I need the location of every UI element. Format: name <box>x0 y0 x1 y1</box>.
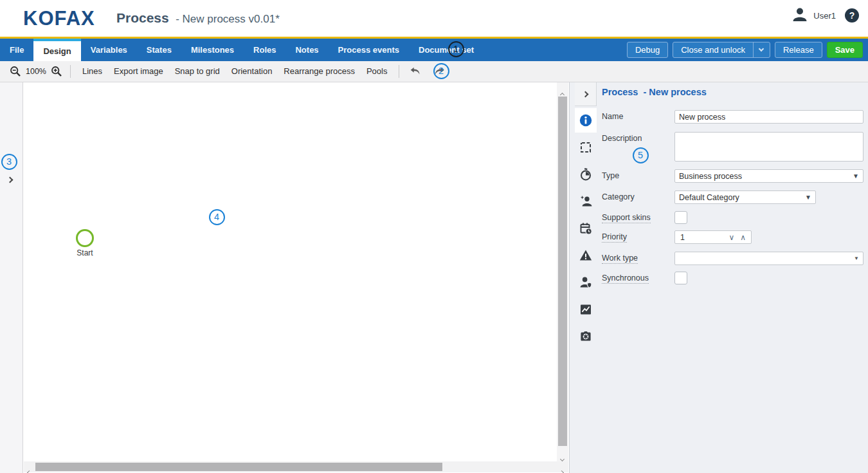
zoom-out-icon[interactable] <box>8 64 23 79</box>
tab-selection-frame-icon[interactable] <box>575 135 597 160</box>
dropdown-arrow-icon: ▼ <box>805 194 811 201</box>
debug-button[interactable]: Debug <box>627 42 668 58</box>
priority-value: 1 <box>680 233 685 242</box>
close-and-unlock-button[interactable]: Close and unlock <box>673 42 753 57</box>
tab-person-shield-icon[interactable] <box>575 270 597 295</box>
field-row-priority: Priority 1 ∨ ∧ <box>602 230 863 244</box>
category-label: Category <box>602 192 635 201</box>
description-textarea[interactable] <box>674 132 863 162</box>
tab-milestones[interactable]: Milestones <box>181 39 244 61</box>
type-select[interactable]: Business process ▼ <box>674 169 863 183</box>
close-and-unlock-split-button: Close and unlock <box>673 42 770 58</box>
annotation-5: 5 <box>633 147 649 163</box>
tab-add-person-icon[interactable] <box>575 189 597 214</box>
tab-camera-settings-icon[interactable] <box>575 324 597 349</box>
start-node-circle-icon <box>76 229 94 247</box>
canvas-horizontal-scrollbar[interactable] <box>24 461 568 472</box>
design-canvas[interactable]: Start <box>24 82 557 461</box>
priority-decrement-icon[interactable]: ∨ <box>728 233 734 242</box>
rearrange-process-button[interactable]: Rearrange process <box>278 61 361 82</box>
toolbar-separator <box>399 65 399 78</box>
work-type-label: Work type <box>602 254 638 264</box>
scroll-left-icon[interactable] <box>28 465 31 473</box>
priority-spinner[interactable]: 1 ∨ ∧ <box>674 230 752 244</box>
kofax-logo: KOFAX <box>23 7 95 30</box>
support-skins-label: Support skins <box>602 213 651 223</box>
annotation-2: 2 <box>433 63 449 79</box>
field-row-type: Type Business process ▼ <box>602 169 863 183</box>
priority-increment-icon[interactable]: ∧ <box>740 233 746 242</box>
undo-icon[interactable] <box>408 64 423 79</box>
release-button[interactable]: Release <box>775 42 822 58</box>
field-row-category: Category Default Category ▼ <box>602 190 863 204</box>
support-skins-checkbox[interactable] <box>674 211 687 224</box>
zoom-in-icon[interactable] <box>49 64 64 79</box>
horizontal-scrollbar-thumb[interactable] <box>35 463 442 471</box>
tab-process-events[interactable]: Process events <box>329 39 409 61</box>
orientation-button[interactable]: Orientation <box>226 61 278 82</box>
priority-label: Priority <box>602 232 627 243</box>
dropdown-arrow-icon: ▼ <box>854 256 859 261</box>
annotation-4: 4 <box>209 209 225 225</box>
collapse-panel-chevron-icon[interactable] <box>575 82 597 106</box>
description-label: Description <box>602 134 642 143</box>
type-label: Type <box>602 171 619 180</box>
dropdown-arrow-icon: ▼ <box>853 173 859 180</box>
work-type-select[interactable]: ▼ <box>674 252 863 265</box>
app-header: KOFAX Process - New process v0.01* User1… <box>0 0 868 37</box>
tab-line-chart-icon[interactable] <box>575 297 597 322</box>
panel-title: Process - New process <box>602 87 707 97</box>
zoom-level: 100% <box>26 67 46 76</box>
tab-roles[interactable]: Roles <box>244 39 285 61</box>
canvas-vertical-scrollbar[interactable] <box>557 82 568 461</box>
document-title: - New process v0.01* <box>176 13 280 25</box>
tab-strip: File Design Variables States Milestones … <box>0 39 484 61</box>
close-and-unlock-dropdown[interactable] <box>753 42 770 57</box>
vertical-scrollbar-thumb[interactable] <box>558 97 567 446</box>
name-input[interactable] <box>674 110 863 124</box>
menu-actions: Debug Close and unlock Release Save <box>627 42 863 58</box>
start-node-label: Start <box>66 248 104 257</box>
pools-button[interactable]: Pools <box>361 61 393 82</box>
expand-palette-chevron-icon[interactable] <box>8 173 12 185</box>
tab-file[interactable]: File <box>0 39 33 61</box>
tab-notes[interactable]: Notes <box>285 39 328 61</box>
tab-variables[interactable]: Variables <box>81 39 137 61</box>
left-palette-collapsed <box>0 82 23 473</box>
properties-panel: Process - New process Name Description T… <box>569 82 868 473</box>
help-icon[interactable]: ? <box>845 8 859 23</box>
scroll-right-icon[interactable] <box>560 465 563 473</box>
lines-button[interactable]: Lines <box>77 61 108 82</box>
tab-calendar-clock-icon[interactable] <box>575 216 597 241</box>
tab-states[interactable]: States <box>137 39 181 61</box>
tab-design[interactable]: Design <box>33 39 80 61</box>
start-node[interactable]: Start <box>66 229 104 257</box>
tab-info-icon[interactable] <box>575 108 597 133</box>
export-image-button[interactable]: Export image <box>108 61 169 82</box>
annotation-3: 3 <box>1 154 17 170</box>
chevron-down-icon <box>759 46 764 51</box>
panel-icon-strip <box>575 108 597 351</box>
tab-document-set[interactable]: Document set <box>409 39 484 61</box>
type-select-value: Business process <box>679 172 742 181</box>
annotation-1: 1 <box>448 41 464 57</box>
snap-to-grid-button[interactable]: Snap to grid <box>169 61 226 82</box>
window-title: Process - New process v0.01* <box>116 10 280 26</box>
user-area[interactable]: User1 ? <box>791 6 859 24</box>
name-label: Name <box>602 112 623 121</box>
category-select-value: Default Category <box>679 193 739 202</box>
tab-stopwatch-icon[interactable] <box>575 162 597 187</box>
tab-warning-icon[interactable] <box>575 243 597 268</box>
user-name: User1 <box>813 11 836 21</box>
save-button[interactable]: Save <box>827 42 863 58</box>
user-icon <box>791 6 808 24</box>
menu-bar: File Design Variables States Milestones … <box>0 39 868 61</box>
field-row-work-type: Work type ▼ <box>602 252 863 265</box>
product-title: Process <box>116 10 169 25</box>
category-select[interactable]: Default Category ▼ <box>674 190 816 204</box>
synchronous-label: Synchronous <box>602 274 649 284</box>
toolbar-separator <box>70 65 71 78</box>
synchronous-checkbox[interactable] <box>674 272 687 284</box>
